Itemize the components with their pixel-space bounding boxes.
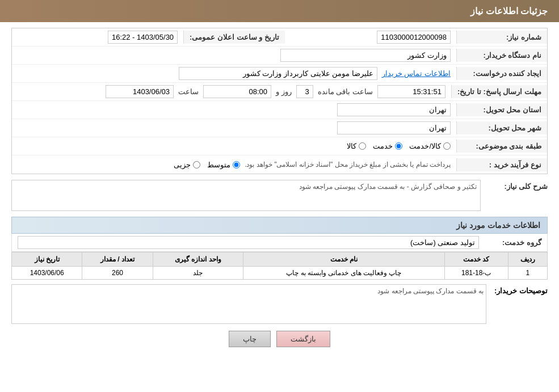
namDastgah-box: وزارت کشور <box>280 49 451 62</box>
mohlat-saat-box: 08:00 <box>203 85 271 98</box>
radio-input-kala-khedmat[interactable] <box>443 142 451 150</box>
label-groheKhedmat: گروه خدمت: <box>485 238 541 247</box>
label-tosifat: توصیحات خریدار: <box>491 284 548 295</box>
col-kodKhedmat: کد خدمت <box>444 252 508 267</box>
label-ostan: استان محل تحویل: <box>456 103 547 116</box>
row-shahr: شهر محل تحویل: تهران <box>12 119 547 137</box>
row-tabaqe: طبقه بندی موضوعی: کالا/خدمت خدمت <box>12 137 547 155</box>
label-kala-khedmat: کالا/خدمت <box>409 142 441 150</box>
label-saat: ساعت <box>178 87 199 96</box>
print-button[interactable]: چاپ <box>229 331 271 347</box>
page-title: جزئیات اطلاعات نیاز <box>470 6 548 16</box>
page-header: جزئیات اطلاعات نیاز <box>0 0 559 22</box>
cell-tedadMegdar: 260 <box>82 267 153 280</box>
bottom-buttons: بازگشت چاپ <box>11 331 548 347</box>
value-tabaqe: کالا/خدمت خدمت کالا <box>12 140 456 153</box>
row-mohlat: مهلت ارسال پاسخ: تا تاریخ: 15:31:51 ساعت… <box>12 83 547 101</box>
row-shomareNiaz: شماره نیاز: 1103000012000098 تاریخ و ساع… <box>12 28 547 47</box>
ostan-box: تهران <box>337 103 451 116</box>
radio-jazzi[interactable]: جزیی <box>174 161 200 169</box>
link-ejadKonande[interactable]: اطلاعات تماس خریدار <box>382 69 451 78</box>
mohlat-clock-box: 15:31:51 <box>377 85 445 98</box>
main-content: شماره نیاز: 1103000012000098 تاریخ و ساع… <box>0 22 559 359</box>
row-namDastgah: نام دستگاه خریدار: وزارت کشور <box>12 47 547 65</box>
col-vahadAndaze: واحد اندازه گیری <box>153 252 243 267</box>
label-sharhKolli: شرح کلی نیاز: <box>485 180 548 191</box>
col-tedadMegdar: تعداد / مقدار <box>82 252 153 267</box>
label-baghimande: ساعت باقی مانده <box>318 87 373 96</box>
cell-tarikheNiaz: 1403/06/06 <box>12 267 82 280</box>
row-ostan: استان محل تحویل: تهران <box>12 101 547 119</box>
buyer-notes-section: توصیحات خریدار: به قسمت مدارک پیوستی مرا… <box>11 284 548 324</box>
radio-input-khedmat[interactable] <box>395 142 402 150</box>
label-mohlat: مهلت ارسال پاسخ: تا تاریخ: <box>451 85 547 98</box>
row-farayand: نوع فرآیند خرید : پرداخت تمام یا بخشی از… <box>12 155 547 174</box>
value-groheKhedmat: تولید صنعتی (ساخت) <box>18 236 479 249</box>
farayand-notice: پرداخت تمام یا بخشی از مبلغ خریداز محل "… <box>245 161 451 168</box>
value-sharhKolli: تکثیر و صحافی گزارش - به قسمت مدارک پیوس… <box>11 180 481 211</box>
label-shomareNiaz: شماره نیاز: <box>456 31 547 44</box>
cell-kodKhedmat: ب-18-181 <box>444 267 508 280</box>
info-section: شماره نیاز: 1103000012000098 تاریخ و ساع… <box>11 28 548 174</box>
value-shomareNiaz: 1103000012000098 <box>285 28 456 46</box>
radio-motavasset[interactable]: متوسط <box>207 161 240 169</box>
label-shahr: شهر محل تحویل: <box>456 121 547 134</box>
shahr-box: تهران <box>337 121 451 134</box>
radio-input-kala[interactable] <box>359 142 366 150</box>
value-shahr: تهران <box>12 119 456 137</box>
value-ostan: تهران <box>12 101 456 119</box>
radio-kala[interactable]: کالا <box>347 142 366 150</box>
services-section: اطلاعات خدمات مورد نیاز گروه خدمت: تولید… <box>11 217 548 324</box>
services-table: ردیف کد خدمت نام خدمت واحد اندازه گیری ت… <box>11 252 548 280</box>
cell-radif: 1 <box>508 267 547 280</box>
shomareNiaz-box: 1103000012000098 <box>377 31 451 44</box>
label-tabaqe: طبقه بندی موضوعی: <box>456 140 547 153</box>
radio-khedmat[interactable]: خدمت <box>373 142 402 150</box>
mohlat-rozo-box: 3 <box>296 85 313 98</box>
label-motavasset: متوسط <box>207 161 230 169</box>
label-namDastgah: نام دستگاه خریدار: <box>456 49 547 62</box>
table-row: 1ب-18-181چاپ وفعالیت های خدماتی وابسته ب… <box>12 267 548 280</box>
radio-kala-khedmat[interactable]: کالا/خدمت <box>409 142 451 150</box>
sharhKolli-section: شرح کلی نیاز: تکثیر و صحافی گزارش - به ق… <box>11 180 548 211</box>
radio-input-jazzi[interactable] <box>193 161 200 168</box>
row-ejadKonande: ایجاد کننده درخواست: اطلاعات تماس خریدار… <box>12 65 547 83</box>
value-ejadKonande: اطلاعات تماس خریدار علیرضا مومن علایتی ک… <box>12 65 456 82</box>
label-jazzi: جزیی <box>174 161 191 169</box>
page-wrapper: جزئیات اطلاعات نیاز شماره نیاز: 11030000… <box>0 0 559 392</box>
ejadKonande-box: علیرضا مومن علایتی کاربرداز وزارت کشور <box>179 67 377 80</box>
label-khedmat: خدمت <box>373 142 393 150</box>
value-mohlat: 15:31:51 ساعت باقی مانده 3 روز و 08:00 س… <box>12 83 451 100</box>
services-title: اطلاعات خدمات مورد نیاز <box>11 217 548 234</box>
tarikhoSaat-box: 1403/05/30 - 16:22 <box>108 31 178 44</box>
mohlat-date-box: 1403/06/03 <box>106 85 174 98</box>
label-tarikhoSaat: تاریخ و ساعت اعلان عمومی: <box>183 31 285 44</box>
radio-input-motavasset[interactable] <box>233 161 240 168</box>
cell-vahadAndaze: جلد <box>153 267 243 280</box>
label-kala: کالا <box>347 142 356 150</box>
value-tosifat: به قسمت مدارک پیوستی مراجعه شود <box>11 284 486 324</box>
col-radif: ردیف <box>508 252 547 267</box>
col-namKhedmat: نام خدمت <box>243 252 444 267</box>
value-namDastgah: وزارت کشور <box>12 47 456 64</box>
col-tarikheNiaz: تاریخ نیاز <box>12 252 82 267</box>
label-ejadKonande: ایجاد کننده درخواست: <box>456 67 547 80</box>
label-rozo: روز و <box>276 87 292 96</box>
back-button[interactable]: بازگشت <box>276 331 330 347</box>
label-farayand: نوع فرآیند خرید : <box>456 158 547 171</box>
cell-namKhedmat: چاپ وفعالیت های خدماتی وابسته به چاپ <box>243 267 444 280</box>
value-farayand: پرداخت تمام یا بخشی از مبلغ خریداز محل "… <box>12 158 456 171</box>
value-tarikhoSaat: 1403/05/30 - 16:22 <box>12 28 183 46</box>
grohe-row: گروه خدمت: تولید صنعتی (ساخت) <box>11 234 548 252</box>
